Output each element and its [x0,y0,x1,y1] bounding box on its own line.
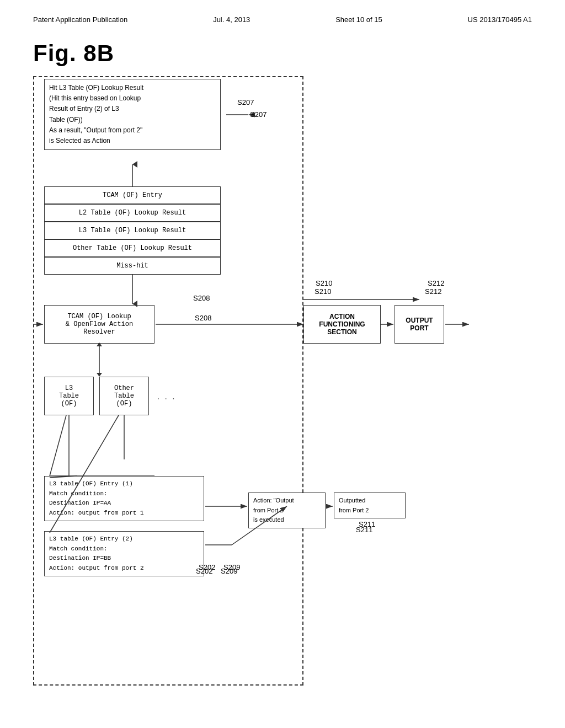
s209-label: S209 [221,567,237,575]
header-center: Jul. 4, 2013 [213,15,250,24]
tcam-resolver-box: TCAM (OF) Lookup & OpenFlow Action Resol… [44,305,154,344]
page: Patent Application Publication Jul. 4, 2… [0,0,565,728]
action-section-box: ACTION FUNCTIONING SECTION [303,305,381,344]
header: Patent Application Publication Jul. 4, 2… [0,0,565,29]
svg-text:S210: S210 [316,279,332,287]
tcam-entry-box: TCAM (OF) Entry [44,186,221,204]
header-right: US 2013/170495 A1 [468,15,532,24]
diagram-area: Fig. 8B Hit L3 Table (OF) Lookup Result … [33,40,532,702]
header-sheet: Sheet 10 of 15 [335,15,382,24]
output-port-box: OUTPUT PORT [395,305,444,344]
miss-hit-box: Miss-hit [44,257,221,275]
s210-label: S210 [315,287,331,296]
s202-label: S202 [196,567,212,575]
s208-label: S208 [193,294,210,302]
fig-label: Fig. 8B [33,40,532,67]
outputted-box: Outputted from Port 2 [334,493,406,518]
s212-label: S212 [425,287,441,296]
other-table-box: Other Table (OF) [99,377,149,415]
entry1-box: L3 table (OF) Entry (1) Match condition:… [44,476,204,521]
svg-text:S212: S212 [428,279,444,287]
l2-lookup-box: L2 Table (OF) Lookup Result [44,204,221,222]
header-left: Patent Application Publication [33,15,127,24]
action-executed-box: Action: "Output from Port 2" is executed [248,493,326,528]
s211-label: S211 [356,526,372,534]
entry2-box: L3 table (OF) Entry (2) Match condition:… [44,531,204,576]
s207-info-box: Hit L3 Table (OF) Lookup Result (Hit thi… [44,79,221,150]
l3-lookup-box: L3 Table (OF) Lookup Result [44,222,221,239]
other-lookup-box: Other Table (OF) Lookup Result [44,239,221,257]
l3-table-box: L3 Table (OF) [44,377,94,415]
dots: . . . [157,392,176,401]
s207-label: S207 [237,98,254,106]
